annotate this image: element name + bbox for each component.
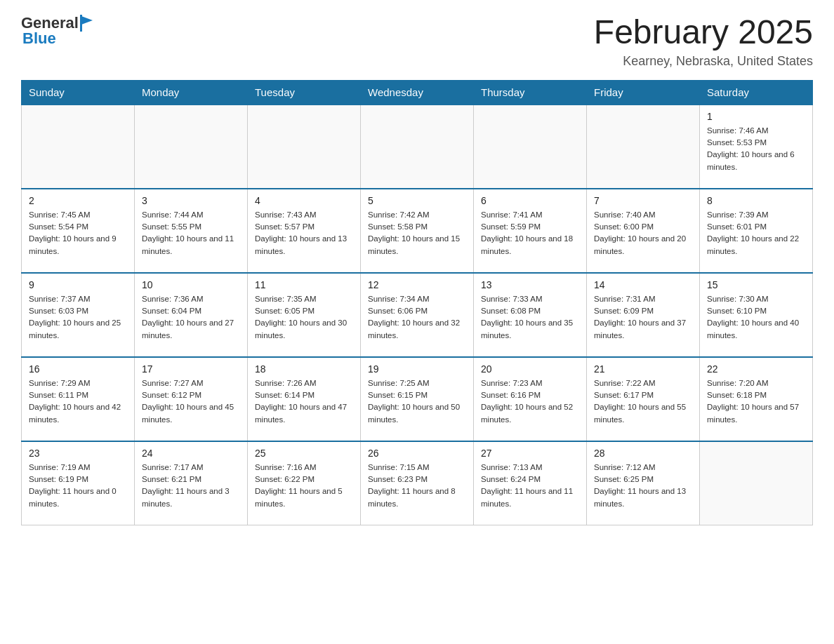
- day-info: Sunrise: 7:39 AMSunset: 6:01 PMDaylight:…: [707, 209, 805, 257]
- calendar-day-cell: 18Sunrise: 7:26 AMSunset: 6:14 PMDayligh…: [248, 357, 361, 441]
- day-info: Sunrise: 7:13 AMSunset: 6:24 PMDaylight:…: [481, 462, 579, 510]
- day-number: 5: [368, 195, 466, 206]
- day-number: 4: [255, 195, 353, 206]
- calendar-day-cell: 9Sunrise: 7:37 AMSunset: 6:03 PMDaylight…: [22, 273, 135, 357]
- day-info: Sunrise: 7:19 AMSunset: 6:19 PMDaylight:…: [29, 462, 127, 510]
- day-number: 6: [481, 195, 579, 206]
- calendar-table: SundayMondayTuesdayWednesdayThursdayFrid…: [21, 80, 813, 526]
- day-number: 18: [255, 363, 353, 375]
- calendar-header-row: SundayMondayTuesdayWednesdayThursdayFrid…: [22, 80, 813, 105]
- calendar-day-cell: 16Sunrise: 7:29 AMSunset: 6:11 PMDayligh…: [22, 357, 135, 441]
- calendar-week-row: 2Sunrise: 7:45 AMSunset: 5:54 PMDaylight…: [22, 189, 813, 273]
- calendar-day-cell: [700, 441, 813, 525]
- calendar-day-cell: [361, 105, 474, 189]
- logo-blue-text: Blue: [22, 29, 56, 48]
- day-of-week-header: Tuesday: [248, 80, 361, 105]
- svg-rect-1: [80, 15, 82, 32]
- day-info: Sunrise: 7:43 AMSunset: 5:57 PMDaylight:…: [255, 209, 353, 257]
- calendar-week-row: 23Sunrise: 7:19 AMSunset: 6:19 PMDayligh…: [22, 441, 813, 525]
- day-info: Sunrise: 7:26 AMSunset: 6:14 PMDaylight:…: [255, 377, 353, 426]
- day-info: Sunrise: 7:29 AMSunset: 6:11 PMDaylight:…: [29, 377, 127, 426]
- calendar-week-row: 1Sunrise: 7:46 AMSunset: 5:53 PMDaylight…: [22, 105, 813, 189]
- calendar-day-cell: 28Sunrise: 7:12 AMSunset: 6:25 PMDayligh…: [587, 441, 700, 525]
- calendar-day-cell: [22, 105, 135, 189]
- day-info: Sunrise: 7:17 AMSunset: 6:21 PMDaylight:…: [142, 462, 240, 510]
- day-number: 14: [594, 279, 692, 290]
- calendar-day-cell: 26Sunrise: 7:15 AMSunset: 6:23 PMDayligh…: [361, 441, 474, 525]
- day-of-week-header: Monday: [135, 80, 248, 105]
- logo-flag-icon: [80, 15, 94, 32]
- day-number: 19: [368, 363, 466, 375]
- calendar-day-cell: 23Sunrise: 7:19 AMSunset: 6:19 PMDayligh…: [22, 441, 135, 525]
- day-number: 23: [29, 448, 127, 459]
- calendar-day-cell: [474, 105, 587, 189]
- day-info: Sunrise: 7:27 AMSunset: 6:12 PMDaylight:…: [142, 377, 240, 426]
- day-info: Sunrise: 7:33 AMSunset: 6:08 PMDaylight:…: [481, 293, 579, 342]
- day-number: 2: [29, 195, 127, 206]
- day-of-week-header: Sunday: [22, 80, 135, 105]
- day-info: Sunrise: 7:41 AMSunset: 5:59 PMDaylight:…: [481, 209, 579, 257]
- day-info: Sunrise: 7:25 AMSunset: 6:15 PMDaylight:…: [368, 377, 466, 426]
- day-of-week-header: Thursday: [474, 80, 587, 105]
- calendar-day-cell: 17Sunrise: 7:27 AMSunset: 6:12 PMDayligh…: [135, 357, 248, 441]
- day-number: 27: [481, 448, 579, 459]
- calendar-day-cell: 22Sunrise: 7:20 AMSunset: 6:18 PMDayligh…: [700, 357, 813, 441]
- day-info: Sunrise: 7:22 AMSunset: 6:17 PMDaylight:…: [594, 377, 692, 426]
- day-info: Sunrise: 7:12 AMSunset: 6:25 PMDaylight:…: [594, 462, 692, 510]
- day-info: Sunrise: 7:30 AMSunset: 6:10 PMDaylight:…: [707, 293, 805, 342]
- day-info: Sunrise: 7:40 AMSunset: 6:00 PMDaylight:…: [594, 209, 692, 257]
- location-subtitle: Kearney, Nebraska, United States: [594, 54, 813, 69]
- calendar-day-cell: 13Sunrise: 7:33 AMSunset: 6:08 PMDayligh…: [474, 273, 587, 357]
- logo: General Blue: [21, 14, 94, 48]
- day-number: 20: [481, 363, 579, 375]
- day-number: 16: [29, 363, 127, 375]
- calendar-week-row: 9Sunrise: 7:37 AMSunset: 6:03 PMDaylight…: [22, 273, 813, 357]
- title-block: February 2025 Kearney, Nebraska, United …: [594, 14, 813, 69]
- day-number: 17: [142, 363, 240, 375]
- day-info: Sunrise: 7:16 AMSunset: 6:22 PMDaylight:…: [255, 462, 353, 510]
- day-number: 15: [707, 279, 805, 290]
- day-number: 22: [707, 363, 805, 375]
- calendar-day-cell: 20Sunrise: 7:23 AMSunset: 6:16 PMDayligh…: [474, 357, 587, 441]
- day-of-week-header: Friday: [587, 80, 700, 105]
- day-number: 8: [707, 195, 805, 206]
- day-info: Sunrise: 7:42 AMSunset: 5:58 PMDaylight:…: [368, 209, 466, 257]
- day-info: Sunrise: 7:44 AMSunset: 5:55 PMDaylight:…: [142, 209, 240, 257]
- day-number: 21: [594, 363, 692, 375]
- day-number: 25: [255, 448, 353, 459]
- svg-marker-0: [81, 16, 93, 25]
- calendar-day-cell: 2Sunrise: 7:45 AMSunset: 5:54 PMDaylight…: [22, 189, 135, 273]
- page-header: General Blue February 2025 Kearney, Nebr…: [21, 14, 813, 69]
- calendar-day-cell: 10Sunrise: 7:36 AMSunset: 6:04 PMDayligh…: [135, 273, 248, 357]
- day-of-week-header: Wednesday: [361, 80, 474, 105]
- day-number: 28: [594, 448, 692, 459]
- calendar-day-cell: 4Sunrise: 7:43 AMSunset: 5:57 PMDaylight…: [248, 189, 361, 273]
- calendar-day-cell: 8Sunrise: 7:39 AMSunset: 6:01 PMDaylight…: [700, 189, 813, 273]
- day-number: 7: [594, 195, 692, 206]
- day-info: Sunrise: 7:15 AMSunset: 6:23 PMDaylight:…: [368, 462, 466, 510]
- calendar-day-cell: 25Sunrise: 7:16 AMSunset: 6:22 PMDayligh…: [248, 441, 361, 525]
- day-number: 11: [255, 279, 353, 290]
- calendar-day-cell: [587, 105, 700, 189]
- calendar-day-cell: 1Sunrise: 7:46 AMSunset: 5:53 PMDaylight…: [700, 105, 813, 189]
- month-title: February 2025: [594, 14, 813, 51]
- day-number: 10: [142, 279, 240, 290]
- day-number: 12: [368, 279, 466, 290]
- day-info: Sunrise: 7:45 AMSunset: 5:54 PMDaylight:…: [29, 209, 127, 257]
- day-number: 24: [142, 448, 240, 459]
- calendar-day-cell: 12Sunrise: 7:34 AMSunset: 6:06 PMDayligh…: [361, 273, 474, 357]
- calendar-day-cell: 15Sunrise: 7:30 AMSunset: 6:10 PMDayligh…: [700, 273, 813, 357]
- calendar-day-cell: 19Sunrise: 7:25 AMSunset: 6:15 PMDayligh…: [361, 357, 474, 441]
- day-info: Sunrise: 7:31 AMSunset: 6:09 PMDaylight:…: [594, 293, 692, 342]
- day-info: Sunrise: 7:37 AMSunset: 6:03 PMDaylight:…: [29, 293, 127, 342]
- calendar-week-row: 16Sunrise: 7:29 AMSunset: 6:11 PMDayligh…: [22, 357, 813, 441]
- calendar-day-cell: [248, 105, 361, 189]
- day-of-week-header: Saturday: [700, 80, 813, 105]
- calendar-day-cell: 11Sunrise: 7:35 AMSunset: 6:05 PMDayligh…: [248, 273, 361, 357]
- day-info: Sunrise: 7:36 AMSunset: 6:04 PMDaylight:…: [142, 293, 240, 342]
- day-number: 1: [707, 111, 805, 122]
- day-number: 3: [142, 195, 240, 206]
- calendar-day-cell: 7Sunrise: 7:40 AMSunset: 6:00 PMDaylight…: [587, 189, 700, 273]
- day-info: Sunrise: 7:35 AMSunset: 6:05 PMDaylight:…: [255, 293, 353, 342]
- day-number: 26: [368, 448, 466, 459]
